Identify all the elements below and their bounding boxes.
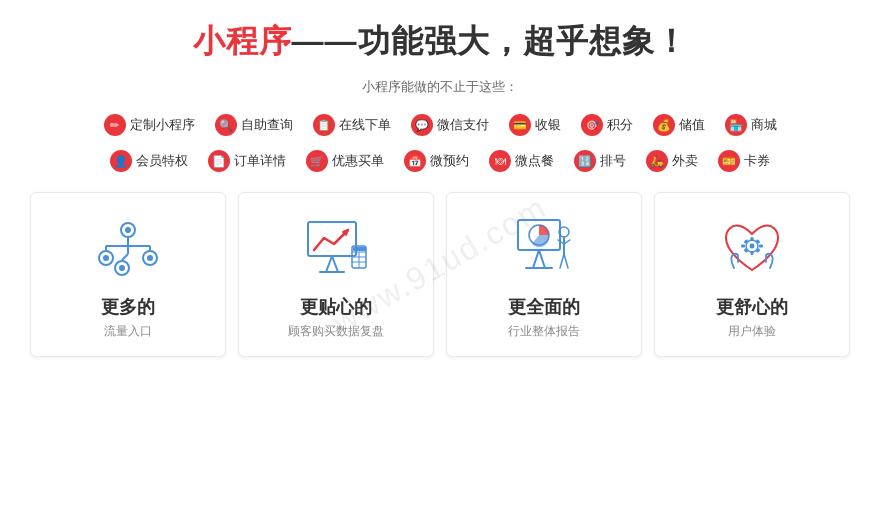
card-experience: 更舒心的 用户体验 bbox=[654, 192, 850, 357]
svg-rect-42 bbox=[759, 245, 763, 248]
tag-queue: 🔢 排号 bbox=[564, 146, 636, 176]
card-traffic-icon-area bbox=[88, 213, 168, 283]
tag-queue-label: 排号 bbox=[600, 152, 626, 170]
subtitle: 小程序能做的不止于这些： bbox=[30, 78, 850, 96]
order-icon: 📋 bbox=[313, 114, 335, 136]
card-report-subtitle: 行业整体报告 bbox=[508, 323, 580, 340]
tag-meal-label: 微点餐 bbox=[515, 152, 554, 170]
tag-booking: 📅 微预约 bbox=[394, 146, 479, 176]
tag-query: 🔍 自助查询 bbox=[205, 110, 303, 140]
svg-point-11 bbox=[103, 255, 109, 261]
experience-icon bbox=[716, 216, 788, 280]
card-experience-subtitle: 用户体验 bbox=[728, 323, 776, 340]
query-icon: 🔍 bbox=[215, 114, 237, 136]
svg-point-38 bbox=[750, 244, 755, 249]
svg-line-18 bbox=[332, 256, 338, 272]
svg-rect-46 bbox=[756, 248, 761, 253]
card-traffic-title: 更多的 bbox=[101, 295, 155, 319]
main-title: 小程序——功能强大，超乎想象！ bbox=[30, 20, 850, 64]
svg-rect-14 bbox=[308, 222, 356, 256]
tag-member: 👤 会员特权 bbox=[100, 146, 198, 176]
tag-customize: ✏ 定制小程序 bbox=[94, 110, 205, 140]
tag-booking-label: 微预约 bbox=[430, 152, 469, 170]
tag-order-label: 在线下单 bbox=[339, 116, 391, 134]
customize-icon: ✏ bbox=[104, 114, 126, 136]
tag-points: 🎯 积分 bbox=[571, 110, 643, 140]
tag-orderdetail: 📄 订单详情 bbox=[198, 146, 296, 176]
tag-coupon: 🎫 卡券 bbox=[708, 146, 780, 176]
tag-mall: 🏪 商城 bbox=[715, 110, 787, 140]
card-customer-icon-area bbox=[296, 213, 376, 283]
tag-delivery-label: 外卖 bbox=[672, 152, 698, 170]
svg-rect-43 bbox=[744, 239, 749, 244]
tag-meal: 🍽 微点餐 bbox=[479, 146, 564, 176]
tag-discount: 🛒 优惠买单 bbox=[296, 146, 394, 176]
cards-section: 更多的 流量入口 bbox=[30, 192, 850, 357]
orderdetail-icon: 📄 bbox=[208, 150, 230, 172]
card-customer-subtitle: 顾客购买数据复盘 bbox=[288, 323, 384, 340]
tag-wepay-label: 微信支付 bbox=[437, 116, 489, 134]
customer-icon bbox=[300, 216, 372, 280]
tag-orderdetail-label: 订单详情 bbox=[234, 152, 286, 170]
tag-row-1: ✏ 定制小程序 🔍 自助查询 📋 在线下单 💬 微信支付 💳 收银 🎯 积 bbox=[40, 110, 840, 140]
svg-line-36 bbox=[564, 254, 568, 268]
discount-icon: 🛒 bbox=[306, 150, 328, 172]
tag-delivery: 🛵 外卖 bbox=[636, 146, 708, 176]
tag-discount-label: 优惠买单 bbox=[332, 152, 384, 170]
tag-points-label: 积分 bbox=[607, 116, 633, 134]
tag-mall-label: 商城 bbox=[751, 116, 777, 134]
title-section: 小程序——功能强大，超乎想象！ bbox=[30, 20, 850, 64]
card-traffic: 更多的 流量入口 bbox=[30, 192, 226, 357]
tag-store: 💰 储值 bbox=[643, 110, 715, 140]
meal-icon: 🍽 bbox=[489, 150, 511, 172]
tags-container: ✏ 定制小程序 🔍 自助查询 📋 在线下单 💬 微信支付 💳 收银 🎯 积 bbox=[30, 110, 850, 176]
page-container: 小程序——功能强大，超乎想象！ 小程序能做的不止于这些： ✏ 定制小程序 🔍 自… bbox=[0, 0, 880, 529]
tag-wepay: 💬 微信支付 bbox=[401, 110, 499, 140]
card-experience-title: 更舒心的 bbox=[716, 295, 788, 319]
cashier-icon: 💳 bbox=[509, 114, 531, 136]
svg-rect-39 bbox=[751, 237, 754, 241]
tag-query-label: 自助查询 bbox=[241, 116, 293, 134]
queue-icon: 🔢 bbox=[574, 150, 596, 172]
card-customer: 更贴心的 顾客购买数据复盘 bbox=[238, 192, 434, 357]
tag-store-label: 储值 bbox=[679, 116, 705, 134]
card-experience-icon-area bbox=[712, 213, 792, 283]
svg-rect-40 bbox=[751, 251, 754, 255]
card-report-icon-area bbox=[504, 213, 584, 283]
card-customer-title: 更贴心的 bbox=[300, 295, 372, 319]
svg-line-17 bbox=[326, 256, 332, 272]
title-highlight: 小程序 bbox=[193, 23, 292, 59]
card-report: 更全面的 行业整体报告 bbox=[446, 192, 642, 357]
tag-customize-label: 定制小程序 bbox=[130, 116, 195, 134]
svg-rect-25 bbox=[353, 247, 366, 251]
tag-member-label: 会员特权 bbox=[136, 152, 188, 170]
tag-row-2: 👤 会员特权 📄 订单详情 🛒 优惠买单 📅 微预约 🍽 微点餐 🔢 排 bbox=[40, 146, 840, 176]
tag-coupon-label: 卡券 bbox=[744, 152, 770, 170]
svg-rect-44 bbox=[756, 239, 761, 244]
svg-rect-45 bbox=[744, 248, 749, 253]
booking-icon: 📅 bbox=[404, 150, 426, 172]
title-rest: ——功能强大，超乎想象！ bbox=[292, 23, 688, 59]
tag-cashier-label: 收银 bbox=[535, 116, 561, 134]
traffic-icon bbox=[92, 216, 164, 280]
wepay-icon: 💬 bbox=[411, 114, 433, 136]
svg-line-28 bbox=[533, 250, 539, 268]
svg-point-13 bbox=[147, 255, 153, 261]
report-icon bbox=[508, 216, 580, 280]
mall-icon: 🏪 bbox=[725, 114, 747, 136]
tag-order: 📋 在线下单 bbox=[303, 110, 401, 140]
svg-point-10 bbox=[125, 227, 131, 233]
svg-line-35 bbox=[560, 254, 564, 268]
svg-rect-41 bbox=[741, 245, 745, 248]
card-traffic-subtitle: 流量入口 bbox=[104, 323, 152, 340]
member-icon: 👤 bbox=[110, 150, 132, 172]
store-icon: 💰 bbox=[653, 114, 675, 136]
card-report-title: 更全面的 bbox=[508, 295, 580, 319]
svg-point-12 bbox=[119, 265, 125, 271]
svg-line-29 bbox=[539, 250, 545, 268]
svg-line-8 bbox=[122, 254, 128, 260]
coupon-icon: 🎫 bbox=[718, 150, 740, 172]
delivery-icon: 🛵 bbox=[646, 150, 668, 172]
points-icon: 🎯 bbox=[581, 114, 603, 136]
tag-cashier: 💳 收银 bbox=[499, 110, 571, 140]
